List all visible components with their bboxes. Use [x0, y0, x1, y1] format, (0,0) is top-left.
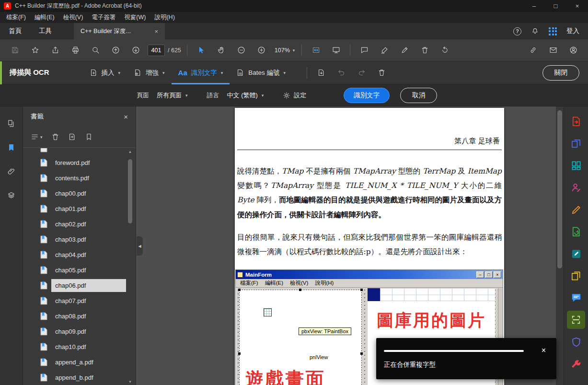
menu-help[interactable]: 說明(H) [150, 12, 179, 23]
delete-bookmark-icon[interactable] [51, 133, 59, 141]
document-scrollbar[interactable] [556, 106, 564, 385]
tab-tools[interactable]: 工具 [30, 23, 60, 39]
replace-pages-icon[interactable] [312, 65, 330, 81]
toast-close-icon[interactable]: × [542, 346, 546, 355]
create-pdf-icon[interactable] [564, 221, 588, 243]
maximize-button[interactable]: □ [545, 0, 566, 12]
menu-edit[interactable]: 編輯(E) [30, 12, 59, 23]
print-icon[interactable] [67, 42, 84, 58]
sign-in-button[interactable]: 登入 [566, 27, 579, 35]
minimize-button[interactable]: – [523, 0, 545, 12]
recognize-text-run-button[interactable]: 識別文字 [344, 88, 390, 103]
scroll-up-icon[interactable]: ▲ [127, 150, 134, 154]
scroll-down-icon[interactable]: ▼ [127, 380, 134, 384]
star-favorite-icon[interactable] [26, 42, 44, 58]
avatar-icon[interactable] [565, 42, 582, 58]
cancel-button[interactable]: 取消 [400, 88, 437, 103]
more-tools-icon[interactable] [564, 353, 588, 375]
fill-sign-icon[interactable] [564, 198, 588, 221]
rotate-pages-icon[interactable] [436, 42, 453, 58]
trash-icon[interactable] [372, 65, 391, 81]
protect-pdf-icon[interactable] [564, 331, 588, 353]
bookmark-item[interactable]: chap03.pdf [23, 232, 126, 247]
bookmark-item[interactable]: chap04.pdf [23, 247, 126, 262]
document-scroll-thumb[interactable] [557, 110, 562, 268]
bookmark-item[interactable]: chap05.pdf [23, 262, 126, 278]
menu-file[interactable]: 檔案(F) [2, 12, 30, 23]
language-select[interactable]: 中文 (繁體) ▾ [224, 89, 267, 102]
bookmarks-scrollbar[interactable]: ▲ ▼ [127, 149, 134, 385]
sign-pen-icon[interactable] [396, 42, 413, 58]
zoom-out-icon[interactable] [233, 42, 250, 58]
link-icon[interactable] [524, 42, 542, 58]
new-bookmark-icon[interactable] [68, 133, 76, 141]
tab-document[interactable]: C++ Builder 深度... × [74, 23, 165, 39]
bookmark-item[interactable]: chap07.pdf [23, 293, 126, 308]
delete-pages-icon[interactable] [416, 42, 433, 58]
settings-button[interactable]: 設定 [283, 91, 306, 100]
bookmark-item[interactable]: contents.pdf [23, 170, 126, 186]
recognize-text-tool-button[interactable]: Aa 識別文字 ▾ [172, 61, 230, 84]
zoom-in-icon[interactable] [253, 42, 270, 58]
close-button[interactable]: × [566, 0, 588, 12]
bookmarks-panel-icon[interactable] [4, 140, 19, 154]
menu-esign[interactable]: 電子簽署 [87, 12, 120, 23]
close-panel-icon[interactable]: × [124, 113, 128, 121]
bookmark-item[interactable]: chap02.pdf [23, 216, 126, 232]
scan-ocr-tool-icon[interactable] [564, 309, 588, 331]
share-icon[interactable] [46, 42, 64, 58]
insert-pages-button[interactable]: 插入 ▾ [83, 61, 127, 84]
page-thumbnails-icon[interactable] [4, 116, 19, 130]
export-copies-icon[interactable] [564, 265, 588, 287]
close-ocr-button[interactable]: 關閉 [542, 65, 579, 81]
pages-select[interactable]: 所有頁面 ▾ [154, 89, 191, 102]
combine-files-icon[interactable] [564, 132, 588, 154]
comment-icon[interactable] [356, 42, 373, 58]
expand-current-bookmark-icon[interactable] [85, 133, 93, 141]
highlighter-icon[interactable] [376, 42, 393, 58]
save-icon[interactable] [6, 42, 23, 58]
reading-mode-icon[interactable] [327, 42, 345, 58]
tab-close-icon[interactable]: × [154, 28, 158, 35]
email-icon[interactable] [544, 42, 562, 58]
help-icon[interactable]: ? [513, 27, 521, 35]
bookmark-item[interactable]: chap08.pdf [23, 308, 126, 324]
bookmark-item[interactable]: chap01.pdf [23, 201, 126, 216]
page-number-input[interactable] [148, 45, 165, 56]
previous-page-icon[interactable] [107, 42, 124, 58]
bookmarks-scroll-thumb[interactable] [128, 159, 132, 223]
notifications-bell-icon[interactable] [531, 26, 539, 36]
menu-view[interactable]: 檢視(V) [59, 12, 88, 23]
tab-home[interactable]: 首頁 [0, 23, 30, 39]
next-page-icon[interactable] [127, 42, 144, 58]
comment-tool-icon[interactable] [564, 287, 588, 309]
fit-width-icon[interactable] [307, 42, 324, 58]
bookmark-item-partial[interactable] [23, 148, 126, 155]
bookmark-item[interactable]: chap00.pdf [23, 186, 126, 201]
bookmark-item[interactable]: append_b.pdf [23, 370, 126, 385]
bookmark-item[interactable]: foreword.pdf [23, 155, 126, 170]
request-esignatures-icon[interactable] [564, 176, 588, 198]
bookmark-item[interactable]: append_a.pdf [23, 354, 126, 370]
bookmark-options-icon[interactable]: ▾ [31, 133, 43, 141]
select-tool-icon[interactable] [193, 42, 210, 58]
edit-pdf-icon[interactable] [564, 243, 588, 265]
bookmark-label: chap09.pdf [51, 325, 126, 338]
app-launcher-icon[interactable] [549, 27, 557, 35]
menu-window[interactable]: 視窗(W) [120, 12, 150, 23]
bookmark-item[interactable]: chap10.pdf [23, 339, 126, 354]
bookmark-item-selected[interactable]: chap06.pdf [23, 278, 126, 293]
attachments-icon[interactable] [4, 164, 19, 178]
bookmark-item[interactable]: chap09.pdf [23, 324, 126, 339]
collapse-panel-handle[interactable]: ◀ [137, 236, 143, 256]
enhance-button[interactable]: 增強 ▾ [127, 61, 172, 84]
hand-tool-icon[interactable] [213, 42, 230, 58]
redo-icon[interactable] [352, 65, 370, 81]
search-icon[interactable] [87, 42, 104, 58]
organize-pages-icon[interactable] [564, 154, 588, 176]
export-pdf-icon[interactable] [564, 110, 588, 132]
zoom-level-select[interactable]: 107% ▾ [275, 47, 295, 54]
layers-icon[interactable] [4, 188, 19, 202]
bates-numbering-button[interactable]: Bates 編號 ▾ [230, 61, 292, 84]
undo-icon[interactable] [332, 65, 350, 81]
